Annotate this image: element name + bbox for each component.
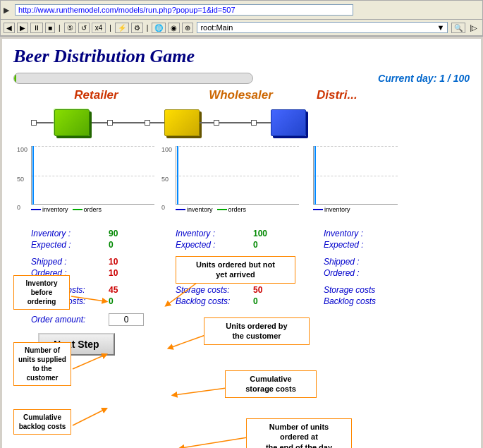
retailer-order-amount-label: Order amount:: [31, 315, 109, 325]
legend-ord-line-2: [217, 209, 227, 210]
address-bar[interactable]: http://www.runthemodel.com/models/run.ph…: [15, 4, 353, 16]
separator: |: [59, 24, 61, 32]
root-selector[interactable]: root:Main ▼: [197, 22, 448, 33]
search-button[interactable]: 🔍: [451, 23, 465, 33]
chart1-gridline-mid: [31, 176, 154, 176]
wholesaler-backlog-label: Backlog costs:: [176, 296, 253, 306]
refresh-button[interactable]: ↺: [78, 23, 90, 33]
distributor-expected-label: Expected :: [324, 240, 401, 250]
distributor-expected-row: Expected :: [324, 240, 408, 250]
retailer-storage-value: 45: [109, 285, 144, 295]
tool2-button[interactable]: ⚙: [131, 23, 143, 33]
node-1: [31, 120, 37, 126]
chart3-gridline-top: [313, 146, 398, 147]
retailer-order-amount-row: Order amount:: [31, 313, 176, 326]
wholesaler-expected-label: Expected :: [176, 240, 253, 250]
role-retailer: Retailer: [74, 88, 118, 102]
retailer-box: [54, 109, 90, 136]
wholesaler-inventory-row: Inventory : 100: [176, 229, 324, 238]
svg-line-1: [73, 355, 105, 369]
distributor-chart: 100 50 0 inventory: [313, 146, 398, 213]
legend-inv-label-2: inventory: [187, 206, 213, 213]
legend-inv-line-2: [176, 209, 185, 210]
legend-inv-label-1: inventory: [42, 206, 68, 213]
tooltip-units-supplied: Number ofunits suppliedto thecustomer: [13, 342, 71, 386]
current-day-label: Current day: 1 / 100: [378, 73, 470, 84]
svg-line-2: [73, 409, 105, 425]
distributor-backlog-label: Backlog costs: [324, 296, 401, 306]
icon3-button[interactable]: ⊕: [182, 23, 193, 33]
chart3-baseline: [313, 204, 398, 205]
retailer-divider: [31, 251, 176, 257]
distributor-box: [271, 109, 306, 136]
chart2-baseline: [176, 204, 299, 205]
bookmark-button[interactable]: ⑤: [64, 23, 76, 33]
legend-orders-2: orders: [217, 206, 247, 213]
retailer-shipped-value: 10: [109, 257, 144, 267]
tooltip-units-by-customer: Units ordered bythe customer: [204, 317, 310, 345]
retailer-backlog-value: 0: [109, 296, 144, 306]
legend-inventory-1: inventory: [31, 206, 68, 213]
line-2: [90, 122, 107, 123]
chart1-y50: 50: [17, 176, 24, 183]
chart2-legend: inventory orders: [176, 206, 246, 213]
wholesaler-chart: 100 50 0 inventory orders: [176, 146, 299, 213]
wholesaler-storage-label: Storage costs:: [176, 285, 253, 295]
chart2-gridline-mid: [176, 176, 299, 176]
node-4: [214, 120, 219, 126]
chart2-y50: 50: [161, 176, 169, 183]
pause-button[interactable]: ⏸: [30, 23, 43, 33]
sep3: |: [147, 24, 149, 32]
distributor-stats: Inventory : Expected : Shipped : Ordered…: [324, 229, 408, 356]
tooltip-cum-storage-label: Cumulativestorage costs: [245, 375, 296, 393]
progress-bar-fill: [14, 73, 16, 83]
tooltip-cumulative-storage: Cumulativestorage costs: [225, 370, 317, 398]
tooltip-num-units-ordered-label: Number of unitsordered atthe end of the …: [266, 423, 332, 448]
wholesaler-expected-row: Expected : 0: [176, 240, 324, 250]
forward-button[interactable]: ▶: [17, 23, 28, 33]
line-6: [219, 122, 251, 123]
retailer-expected-row: Expected : 0: [31, 240, 176, 250]
legend-inv-line-3: [313, 209, 323, 210]
wholesaler-backlog-row: Backlog costs: 0: [176, 296, 324, 306]
order-amount-input[interactable]: [109, 313, 144, 326]
progress-bar-row: Current day: 1 / 100: [13, 73, 470, 84]
retailer-shipped-row: Shipped : 10: [31, 257, 176, 267]
sep2: |: [109, 24, 111, 32]
tooltip-units-supplied-label: Number ofunits suppliedto thecustomer: [18, 346, 66, 382]
icon1-button[interactable]: 🌐: [152, 23, 166, 33]
icon2-button[interactable]: ◉: [168, 23, 180, 33]
progress-bar: [13, 73, 253, 84]
back-button[interactable]: ◀: [4, 23, 15, 33]
stop-button[interactable]: ■: [45, 23, 55, 33]
distributor-inventory-label: Inventory :: [324, 229, 401, 238]
tooltip-inv-before-label: Inventorybeforeordering: [25, 279, 57, 305]
retailer-inventory-value: 90: [109, 229, 144, 238]
tooltip-units-not-arrived: Units ordered but notyet arrived: [176, 256, 295, 284]
chart1-yaxis: [31, 146, 32, 205]
wholesaler-box: [164, 109, 200, 136]
chart1-y100: 100: [17, 146, 27, 153]
legend-inventory-2: inventory: [176, 206, 213, 213]
retailer-expected-label: Expected :: [31, 240, 109, 250]
line-7: [257, 122, 271, 123]
chart2-yaxis: [176, 146, 176, 205]
chart2-y0: 0: [161, 204, 165, 211]
distributor-divider: [324, 251, 408, 257]
retailer-chart: 100 50 0 inventory orders: [31, 146, 154, 213]
tooltip-units-not-arrived-label: Units ordered but notyet arrived: [196, 260, 275, 279]
dropdown-arrow: ▼: [437, 23, 445, 32]
svg-line-6: [181, 437, 247, 448]
tooltip-cumulative-backlog: Cumulativebacklog costs: [13, 409, 71, 435]
retailer-inventory-label: Inventory :: [31, 229, 109, 238]
distributor-storage-label: Storage costs: [324, 285, 401, 295]
wholesaler-expected-value: 0: [253, 240, 288, 250]
chart1-y0: 0: [17, 204, 20, 211]
tooltip-number-units-ordered: Number of unitsordered atthe end of the …: [246, 418, 352, 448]
legend-inv-line-1: [31, 209, 41, 210]
wholesaler-storage-value: 50: [253, 285, 288, 295]
game-title: Beer Distribution Game: [13, 46, 470, 67]
tool1-button[interactable]: ⚡: [115, 23, 129, 33]
chart3-legend: inventory: [313, 206, 350, 213]
extra-btn: |▷: [467, 23, 479, 32]
